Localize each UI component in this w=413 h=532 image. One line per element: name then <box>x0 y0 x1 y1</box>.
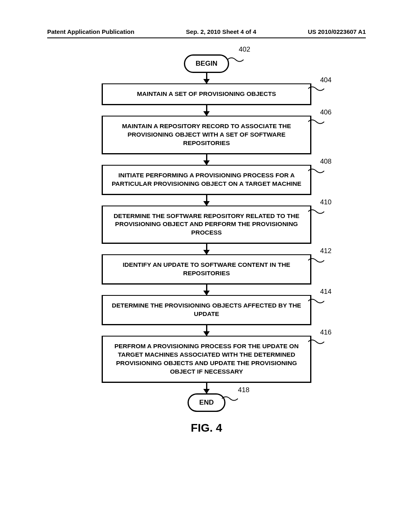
arrow-icon <box>206 105 207 116</box>
ref-414: 414 <box>320 288 332 296</box>
header-right: US 2010/0223607 A1 <box>308 28 366 35</box>
flowchart: BEGIN 402 MAINTAIN A SET OF PROVISIONING… <box>94 54 319 412</box>
ref-416: 416 <box>320 328 332 337</box>
page-header: Patent Application Publication Sep. 2, 2… <box>47 28 366 38</box>
process-step-406: MAINTAIN A REPOSITORY RECORD TO ASSOCIAT… <box>102 116 311 154</box>
arrow-icon <box>206 244 207 254</box>
ref-418: 418 <box>238 386 249 394</box>
arrow-icon <box>206 195 207 206</box>
terminator-begin: BEGIN <box>184 54 229 73</box>
figure-caption: FIG. 4 <box>47 422 366 434</box>
header-left: Patent Application Publication <box>47 28 134 35</box>
ref-412: 412 <box>320 247 332 255</box>
ref-curve-icon <box>227 56 244 63</box>
ref-406: 406 <box>320 108 332 116</box>
process-step-408: INITIATE PERFORMING A PROVISIONING PROCE… <box>102 165 311 195</box>
ref-curve-icon <box>308 85 324 92</box>
ref-curve-icon <box>308 208 324 215</box>
arrow-icon <box>206 285 207 295</box>
ref-404: 404 <box>320 76 332 84</box>
arrow-icon <box>206 325 207 336</box>
ref-curve-icon <box>222 395 238 402</box>
process-step-410: DETERMINE THE SOFTWARE REPOSITORY RELATE… <box>102 206 311 244</box>
ref-curve-icon <box>308 167 324 175</box>
process-step-416: PERFROM A PROVISIONING PROCESS FOR THE U… <box>102 336 311 383</box>
arrow-icon <box>206 383 207 393</box>
process-step-412: IDENTIFY AN UPDATE TO SOFTWARE CONTENT I… <box>102 254 311 285</box>
header-center: Sep. 2, 2010 Sheet 4 of 4 <box>186 28 256 35</box>
arrow-icon <box>206 154 207 165</box>
terminator-end: END <box>188 393 225 412</box>
process-step-414: DETERMINE THE PROVISIONING OBJECTS AFFEC… <box>102 295 311 325</box>
ref-408: 408 <box>320 158 332 166</box>
ref-402: 402 <box>239 46 250 54</box>
ref-curve-icon <box>308 338 324 345</box>
process-step-404: MAINTAIN A SET OF PROVISIONING OBJECTS <box>102 83 311 105</box>
ref-curve-icon <box>308 257 324 264</box>
ref-curve-icon <box>308 118 324 125</box>
ref-410: 410 <box>320 198 332 206</box>
arrow-icon <box>206 73 207 83</box>
ref-curve-icon <box>308 297 324 305</box>
